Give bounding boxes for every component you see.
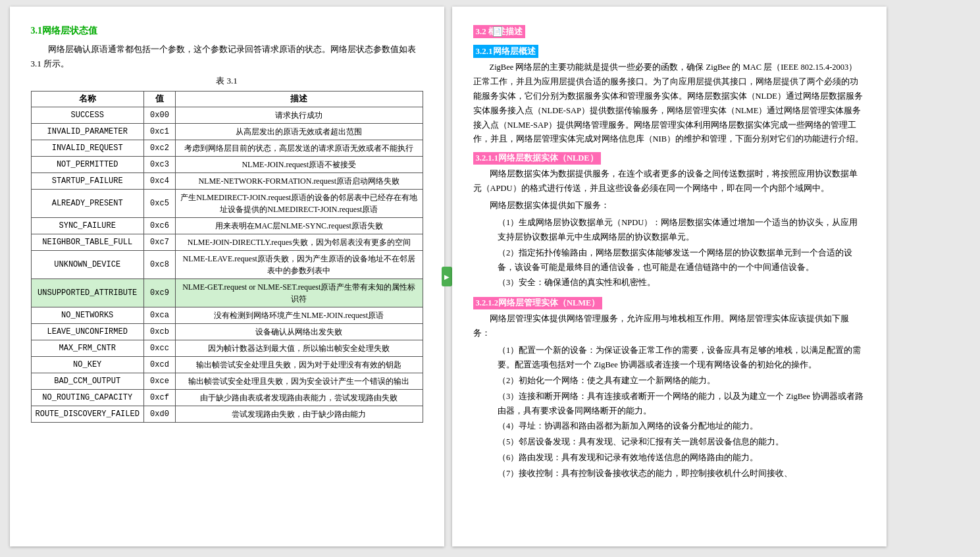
- status-desc: 考虑到网络层目前的状态，高层发送的请求原语无效或者不能执行: [175, 140, 423, 157]
- col-header-val: 值: [143, 92, 175, 107]
- right-para1: ZigBee 网络层的主要功能就是提供一些必要的函数，确保 ZigBee 的 M…: [473, 61, 865, 147]
- left-section-title: 3.1网络层状态值: [31, 25, 423, 37]
- status-table: 名称 值 描述 SUCCESS0x00请求执行成功INVALID_PARAMET…: [31, 91, 423, 423]
- table-row: INVALID_REQUEST0xc2考虑到网络层目前的状态，高层发送的请求原语…: [31, 140, 423, 157]
- status-val: 0xd0: [143, 406, 175, 423]
- status-desc: 因为帧计数器达到最大值，所以输出帧安全处理失败: [175, 340, 423, 357]
- section-3212-title: 3.2.1.2网络层管理实体（NLME）: [473, 297, 603, 309]
- list-item: （3）连接和断开网络：具有连接或者断开一个网络的能力，以及为建立一个 ZigBe…: [498, 390, 865, 419]
- col-header-name: 名称: [31, 92, 143, 107]
- status-desc: 产生NLMEDIRECT-JOIN.request原语的设备的邻居表中已经存在有…: [175, 190, 423, 218]
- col-header-desc: 描述: [175, 92, 423, 107]
- status-desc: NLME-JOIN-DIRECTLY.reques失败，因为邻居表没有更多的空间: [175, 234, 423, 251]
- list-item: （4）寻址：协调器和路由器都为新加入网络的设备分配地址的能力。: [498, 419, 865, 434]
- table-row: INVALID_PARAMETER0xc1从高层发出的原语无效或者超出范围: [31, 124, 423, 140]
- status-desc: 尝试发现路由失败，由于缺少路由能力: [175, 406, 423, 423]
- status-desc: NLME-NETWORK-FORMATION.request原语启动网络失败: [175, 173, 423, 190]
- list-item: （2）初始化一个网络：使之具有建立一个新网络的能力。: [498, 374, 865, 388]
- list-item: （7）接收控制：具有控制设备接收状态的能力，即控制接收机什么时间接收、: [498, 467, 865, 481]
- status-desc: 用来表明在MAC层NLME-SYNC.request原语失败: [175, 218, 423, 234]
- list-item: （5）邻居设备发现：具有发现、记录和汇报有关一跳邻居设备信息的能力。: [498, 435, 865, 450]
- status-desc: NLME-JOIN.request原语不被接受: [175, 157, 423, 173]
- status-name: NO_KEY: [31, 357, 143, 373]
- status-name: STARTUP_FAILURE: [31, 173, 143, 190]
- status-val: 0xc6: [143, 218, 175, 234]
- scroll-indicator[interactable]: ▶: [442, 267, 452, 286]
- mgmt-items: （1）配置一个新的设备：为保证设备正常工作的需要，设备应具有足够的堆栈，以满足配…: [473, 344, 865, 481]
- table-caption: 表 3.1: [31, 75, 423, 87]
- table-header-row: 名称 值 描述: [31, 92, 423, 107]
- list-item: （1）生成网络层协议数据单元（NPDU）：网络层数据实体通过增加一个适当的协议头…: [498, 216, 865, 245]
- status-val: 0xcb: [143, 324, 175, 340]
- table-row: NO_KEY0xcd输出帧尝试安全处理且失败，因为对于处理没有有效的钥匙: [31, 357, 423, 373]
- status-val: 0xcf: [143, 390, 175, 406]
- status-desc: 没有检测到网络环境产生NLME-JOIN.request原语: [175, 307, 423, 324]
- status-desc: 请求执行成功: [175, 107, 423, 124]
- right-para3: 网络层管理实体提供网络管理服务，允许应用与堆栈相互作用。网络层管理实体应该提供如…: [473, 312, 865, 341]
- status-val: 0xc7: [143, 234, 175, 251]
- table-row: SUCCESS0x00请求执行成功: [31, 107, 423, 124]
- status-desc: 输出帧尝试安全处理且失败，因为对于处理没有有效的钥匙: [175, 357, 423, 373]
- status-desc: NLME-LEAVE.request原语失败，因为产生原语的设备地址不在邻居表中…: [175, 251, 423, 279]
- left-intro: 网络层确认原语通常都包括一个参数，这个参数记录回答请求原语的状态。网络层状态参数…: [31, 42, 423, 71]
- list-item: （1）配置一个新的设备：为保证设备正常工作的需要，设备应具有足够的堆栈，以满足配…: [498, 344, 865, 373]
- right-page: 📄 3.2 概述描述 3.2.1网络层概述 ZigBee 网络层的主要功能就是提…: [452, 7, 887, 546]
- table-row: ROUTE_DISCOVERY_FAILED0xd0尝试发现路由失败，由于缺少路…: [31, 406, 423, 423]
- status-desc: 设备确认从网络出发失败: [175, 324, 423, 340]
- status-desc: NLME-GET.request or NLME-SET.request原语产生…: [175, 279, 423, 307]
- status-val: 0x00: [143, 107, 175, 124]
- services-intro: 网络层数据实体提供如下服务：: [473, 199, 865, 213]
- table-row: NEIGHBOR_TABLE_FULL0xc7NLME-JOIN-DIRECTL…: [31, 234, 423, 251]
- right-para2: 网络层数据实体为数据提供服务，在连个或者更多的设备之间传送数据时，将按照应用协议…: [473, 167, 865, 196]
- table-row: STARTUP_FAILURE0xc4NLME-NETWORK-FORMATIO…: [31, 173, 423, 190]
- list-item: （3）安全：确保通信的真实性和机密性。: [498, 276, 865, 290]
- table-row: NOT_PERMITTED0xc3NLME-JOIN.request原语不被接受: [31, 157, 423, 173]
- table-row: UNSUPPORTED_ATTRIBUTE0xc9NLME-GET.reques…: [31, 279, 423, 307]
- status-name: LEAVE_UNCONFIRMED: [31, 324, 143, 340]
- section-3211-title: 3.2.1.1网络层数据实体（NLDE）: [473, 152, 601, 165]
- status-name: SYNC_FAILURE: [31, 218, 143, 234]
- status-name: NOT_PERMITTED: [31, 157, 143, 173]
- table-row: SYNC_FAILURE0xc6用来表明在MAC层NLME-SYNC.reque…: [31, 218, 423, 234]
- service-items: （1）生成网络层协议数据单元（NPDU）：网络层数据实体通过增加一个适当的协议头…: [473, 216, 865, 290]
- status-name: BAD_CCM_OUTPUT: [31, 373, 143, 390]
- status-val: 0xca: [143, 307, 175, 324]
- status-val: 0xc3: [143, 157, 175, 173]
- table-row: MAX_FRM_CNTR0xcc因为帧计数器达到最大值，所以输出帧安全处理失败: [31, 340, 423, 357]
- status-val: 0xc2: [143, 140, 175, 157]
- status-val: 0xc5: [143, 190, 175, 218]
- status-name: ALREADY_PRESENT: [31, 190, 143, 218]
- status-name: MAX_FRM_CNTR: [31, 340, 143, 357]
- status-name: INVALID_REQUEST: [31, 140, 143, 157]
- status-name: UNKNOWN_DEVICE: [31, 251, 143, 279]
- table-row: ALREADY_PRESENT0xc5产生NLMEDIRECT-JOIN.req…: [31, 190, 423, 218]
- status-desc: 由于缺少路由表或者发现路由表能力，尝试发现路由失败: [175, 390, 423, 406]
- status-name: SUCCESS: [31, 107, 143, 124]
- status-val: 0xcc: [143, 340, 175, 357]
- table-row: LEAVE_UNCONFIRMED0xcb设备确认从网络出发失败: [31, 324, 423, 340]
- section-321-title: 3.2.1网络层概述: [473, 45, 538, 58]
- status-val: 0xc4: [143, 173, 175, 190]
- list-item: （6）路由发现：具有发现和记录有效地传送信息的网络路由的能力。: [498, 451, 865, 465]
- status-desc: 输出帧尝试安全处理且失败，因为安全设计产生一个错误的输出: [175, 373, 423, 390]
- status-name: INVALID_PARAMETER: [31, 124, 143, 140]
- table-row: NO_NETWORKS0xca没有检测到网络环境产生NLME-JOIN.requ…: [31, 307, 423, 324]
- list-item: （2）指定拓扑传输路由，网络层数据实体能够发送一个网络层的协议数据单元到一个合适…: [498, 246, 865, 275]
- status-name: NO_NETWORKS: [31, 307, 143, 324]
- status-name: NEIGHBOR_TABLE_FULL: [31, 234, 143, 251]
- status-val: 0xce: [143, 373, 175, 390]
- status-val: 0xcd: [143, 357, 175, 373]
- status-desc: 从高层发出的原语无效或者超出范围: [175, 124, 423, 140]
- status-val: 0xc9: [143, 279, 175, 307]
- table-row: BAD_CCM_OUTPUT0xce输出帧尝试安全处理且失败，因为安全设计产生一…: [31, 373, 423, 390]
- status-name: NO_ROUTING_CAPACITY: [31, 390, 143, 406]
- status-name: UNSUPPORTED_ATTRIBUTE: [31, 279, 143, 307]
- status-name: ROUTE_DISCOVERY_FAILED: [31, 406, 143, 423]
- table-row: NO_ROUTING_CAPACITY0xcf由于缺少路由表或者发现路由表能力，…: [31, 390, 423, 406]
- left-page: 3.1网络层状态值 网络层确认原语通常都包括一个参数，这个参数记录回答请求原语的…: [10, 7, 444, 546]
- status-val: 0xc8: [143, 251, 175, 279]
- page-container: 3.1网络层状态值 网络层确认原语通常都包括一个参数，这个参数记录回答请求原语的…: [10, 7, 971, 546]
- table-row: UNKNOWN_DEVICE0xc8NLME-LEAVE.request原语失败…: [31, 251, 423, 279]
- status-val: 0xc1: [143, 124, 175, 140]
